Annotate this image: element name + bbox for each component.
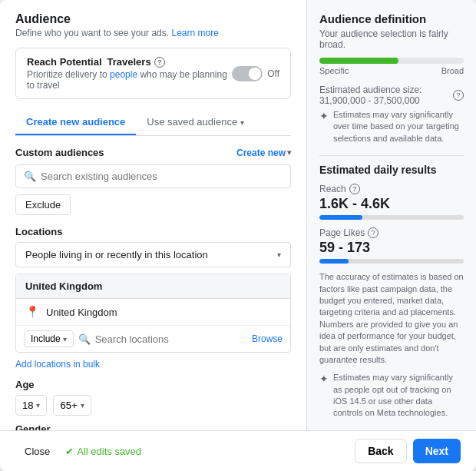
audience-def-title: Audience definition xyxy=(319,12,464,25)
reach-metric-bar xyxy=(319,215,464,220)
reach-info-icon[interactable]: ? xyxy=(154,57,165,68)
audience-search-input[interactable] xyxy=(41,171,283,182)
loc-search-icon: 🔍 xyxy=(78,333,91,345)
est-size: Estimated audience size: 31,900,000 - 37… xyxy=(319,85,464,106)
learn-more-link[interactable]: Learn more xyxy=(171,28,218,38)
page-title: Audience xyxy=(15,12,291,26)
footer-right: Back Next xyxy=(355,439,461,463)
next-button[interactable]: Next xyxy=(413,439,461,463)
reach-label: Reach Potential xyxy=(27,56,102,68)
reach-bar-fill xyxy=(319,215,362,220)
bar-labels: Specific Broad xyxy=(319,66,464,75)
locations-label: Locations xyxy=(15,226,291,237)
audience-modal: Audience Define who you want to see your… xyxy=(0,0,476,471)
back-button[interactable]: Back xyxy=(355,439,406,463)
location-item: 📍 United Kingdom xyxy=(16,299,290,325)
tab-use-saved[interactable]: Use saved audience ▾ xyxy=(136,110,254,135)
tab-create-new[interactable]: Create new audience xyxy=(15,110,136,135)
footer-left: Close ✔ All edits saved xyxy=(15,441,141,462)
add-locations-bulk[interactable]: Add locations in bulk xyxy=(15,359,291,370)
audience-bar: Specific Broad xyxy=(319,58,464,75)
age-to-chevron: ▾ xyxy=(81,401,84,410)
saved-label: ✔ All edits saved xyxy=(65,446,141,457)
include-btn[interactable]: Include ▾ xyxy=(24,330,74,347)
page-likes-info-icon[interactable]: ? xyxy=(368,227,378,238)
page-likes-metric-value: 59 - 173 xyxy=(319,240,464,256)
est-size-info-icon[interactable]: ? xyxy=(453,90,464,101)
reach-sublabel: Travelers xyxy=(107,56,151,68)
location-search-input[interactable] xyxy=(95,333,247,345)
reach-toggle[interactable]: Off xyxy=(232,66,279,81)
toggle-label: Off xyxy=(267,68,279,79)
reach-metric-label: Reach ? xyxy=(319,184,464,194)
page-likes-metric-label: Page Likes ? xyxy=(319,227,464,238)
location-pin-icon: 📍 xyxy=(25,305,40,319)
divider xyxy=(319,155,464,156)
locations-dropdown[interactable]: People living in or recently in this loc… xyxy=(15,242,291,267)
search-icon: 🔍 xyxy=(24,171,36,182)
audience-bar-track xyxy=(319,58,464,64)
audience-tabs: Create new audience Use saved audience ▾ xyxy=(15,110,291,136)
toggle-switch[interactable] xyxy=(232,66,263,81)
page-desc: Define who you want to see your ads. Lea… xyxy=(15,28,291,38)
location-search-row: Include ▾ 🔍 Browse xyxy=(16,325,290,352)
gender-label: Gender xyxy=(15,423,291,430)
daily-results-title: Estimated daily results xyxy=(319,164,464,176)
reach-potential-box: Reach Potential Travelers ? Prioritize d… xyxy=(15,48,291,99)
custom-audience-exclude-btn[interactable]: Exclude xyxy=(15,194,71,215)
dropdown-chevron: ▾ xyxy=(277,250,281,259)
spark-icon: ✦ xyxy=(319,109,329,144)
custom-audience-search[interactable]: 🔍 xyxy=(15,164,291,188)
reach-metric-value: 1.6K - 4.6K xyxy=(319,196,464,212)
custom-audiences-header: Custom audiences Create new ▾ xyxy=(15,147,291,158)
right-panel: Audience definition Your audience select… xyxy=(307,0,476,430)
age-from-chevron: ▾ xyxy=(36,401,40,410)
left-panel: Audience Define who you want to see your… xyxy=(0,0,307,430)
ios-spark-icon: ✦ xyxy=(319,372,329,420)
age-row: 18 ▾ 65+ ▾ xyxy=(15,395,291,416)
checkmark-icon: ✔ xyxy=(65,446,74,457)
accuracy-note: The accuracy of estimates is based on fa… xyxy=(319,271,464,366)
modal-footer: Close ✔ All edits saved Back Next xyxy=(0,430,476,471)
location-browse-link[interactable]: Browse xyxy=(252,333,283,344)
close-button[interactable]: Close xyxy=(15,441,59,462)
age-to-select[interactable]: 65+ ▾ xyxy=(53,395,91,416)
page-likes-bar-fill xyxy=(319,259,349,264)
age-from-select[interactable]: 18 ▾ xyxy=(15,395,47,416)
ios-note: ✦ Estimates may vary significantly as pe… xyxy=(319,372,464,420)
custom-audiences-title: Custom audiences xyxy=(15,147,104,158)
location-box: United Kingdom 📍 United Kingdom Include … xyxy=(15,274,291,353)
tab-chevron: ▾ xyxy=(240,118,244,127)
reach-info-icon-right[interactable]: ? xyxy=(349,184,360,194)
page-likes-metric-bar xyxy=(319,259,464,264)
age-label: Age xyxy=(15,379,291,390)
create-new-link[interactable]: Create new ▾ xyxy=(236,148,291,158)
audience-bar-fill xyxy=(319,58,398,64)
create-new-chevron: ▾ xyxy=(287,148,291,157)
est-note: ✦ Estimates may vary significantly over … xyxy=(319,109,464,144)
include-chevron: ▾ xyxy=(63,335,67,343)
reach-desc: Prioritize delivery to people who may be… xyxy=(27,69,232,91)
bar-broad-label: Broad xyxy=(441,66,464,75)
bar-specific-label: Specific xyxy=(319,66,349,75)
broad-desc: Your audience selection is fairly broad. xyxy=(319,28,464,50)
location-country-header: United Kingdom xyxy=(16,274,290,299)
